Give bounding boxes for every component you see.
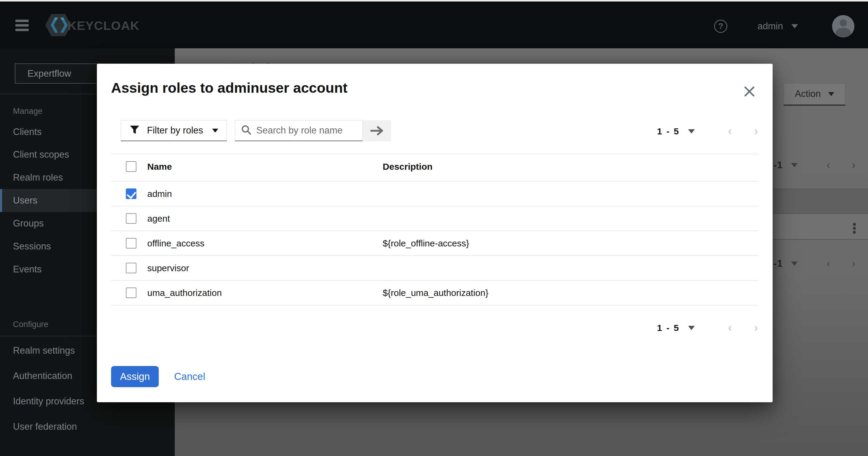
divider — [111, 305, 758, 305]
brand-text: KEYCLOAK — [68, 19, 140, 33]
role-description: ${role_offline-access} — [383, 238, 469, 249]
arrow-right-icon — [370, 125, 384, 136]
table-row: agent — [111, 206, 758, 231]
chevron-down-icon — [212, 129, 218, 133]
keycloak-logo: KEYCLOAK — [45, 15, 140, 36]
select-all-checkbox[interactable] — [126, 161, 136, 172]
background-pagination-top: -1 ‹ › — [774, 159, 864, 171]
row-checkbox[interactable] — [126, 213, 136, 224]
avatar-body — [835, 28, 851, 37]
chevron-down-icon — [791, 24, 798, 28]
avatar-head — [840, 19, 847, 27]
table-row: supervisor — [111, 256, 758, 280]
avatar[interactable] — [832, 15, 855, 37]
help-icon[interactable]: ? — [714, 20, 727, 33]
pagination-range[interactable]: 1 - 5 — [657, 323, 680, 333]
table-row-fragment — [772, 189, 868, 213]
masthead: KEYCLOAK ? admin — [0, 1, 868, 48]
next-page-icon[interactable]: › — [852, 159, 856, 172]
sidebar-section-configure: Configure — [13, 320, 48, 329]
chevron-down-icon — [828, 92, 834, 96]
action-label: Action — [795, 88, 820, 99]
cancel-button[interactable]: Cancel — [174, 366, 205, 387]
next-page-icon[interactable]: › — [754, 125, 758, 138]
close-icon[interactable] — [743, 85, 756, 98]
prev-page-icon[interactable]: ‹ — [728, 321, 732, 334]
assign-roles-modal: Assign roles to adminuser account Filter… — [97, 64, 773, 402]
divider — [772, 213, 868, 214]
row-checkbox[interactable] — [126, 263, 136, 273]
prev-page-icon[interactable]: ‹ — [827, 257, 830, 270]
sidebar-section-manage: Manage — [13, 107, 42, 116]
filter-label: Filter by roles — [147, 125, 205, 136]
role-name: admin — [147, 189, 383, 199]
username: admin — [757, 21, 783, 32]
table-row: uma_authorization ${role_uma_authorizati… — [111, 281, 758, 305]
chevron-down-icon — [688, 326, 695, 330]
role-description: ${role_uma_authorization} — [383, 288, 488, 298]
column-header-description: Description — [383, 162, 433, 172]
sidebar-item-user-federation[interactable]: User federation — [0, 415, 175, 438]
kebab-menu-icon[interactable] — [853, 223, 856, 235]
row-checkbox[interactable] — [126, 238, 136, 249]
hamburger-menu-icon[interactable] — [16, 20, 29, 33]
next-page-icon[interactable]: › — [754, 321, 758, 334]
prev-page-icon[interactable]: ‹ — [728, 125, 732, 138]
user-menu[interactable]: admin — [757, 20, 798, 33]
chevron-down-icon — [688, 129, 695, 134]
filter-icon — [129, 125, 140, 136]
role-name: agent — [147, 213, 383, 224]
search-group — [235, 120, 391, 141]
search-submit-arrow-button[interactable] — [363, 120, 391, 141]
chevron-down-icon — [791, 163, 798, 167]
table-row: admin — [111, 181, 758, 206]
column-header-name: Name — [147, 162, 383, 172]
divider — [772, 189, 868, 189]
filter-by-roles-dropdown[interactable]: Filter by roles — [121, 120, 227, 141]
search-input[interactable] — [256, 125, 356, 136]
assign-button[interactable]: Assign — [111, 366, 159, 387]
row-checkbox[interactable] — [126, 189, 136, 199]
role-name: uma_authorization — [147, 288, 383, 298]
background-pagination-bottom: -1 ‹ › — [774, 258, 864, 270]
search-icon — [241, 125, 251, 136]
pagination-range[interactable]: -1 — [774, 258, 783, 269]
action-dropdown-button[interactable]: Action — [783, 83, 845, 106]
pagination-range[interactable]: -1 — [774, 160, 783, 171]
modal-title: Assign roles to adminuser account — [111, 79, 348, 96]
modal-pagination-bottom: 1 - 5 ‹ › — [657, 321, 758, 334]
role-name: offline_access — [147, 238, 383, 249]
table-header-row: Name Description — [111, 154, 758, 179]
role-name: supervisor — [147, 263, 383, 273]
pagination-range[interactable]: 1 - 5 — [657, 126, 680, 137]
next-page-icon[interactable]: › — [852, 257, 856, 270]
modal-pagination-top: 1 - 5 ‹ › — [657, 125, 758, 138]
chevron-down-icon — [791, 261, 798, 266]
divider — [772, 239, 868, 240]
search-box — [235, 120, 363, 141]
prev-page-icon[interactable]: ‹ — [827, 159, 830, 172]
row-checkbox[interactable] — [126, 287, 136, 298]
table-row: offline_access ${role_offline-access} — [111, 231, 758, 255]
